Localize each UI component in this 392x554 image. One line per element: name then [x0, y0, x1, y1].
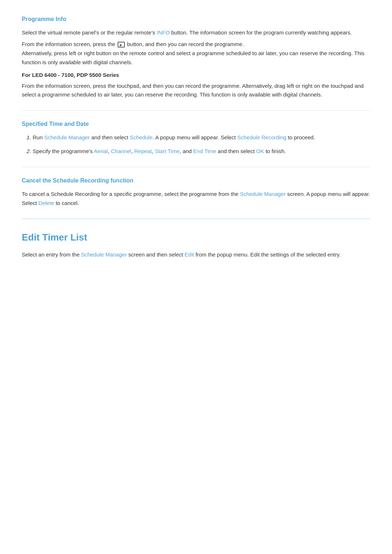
- channel-link: Channel: [111, 148, 131, 154]
- para1-text-after: button. The information screen for the p…: [170, 29, 352, 36]
- step-2: Specify the programme's Aerial, Channel,…: [33, 147, 370, 156]
- edit-timer-para: Select an entry from the Schedule Manage…: [22, 250, 370, 259]
- end-time-link: End Time: [193, 148, 216, 154]
- ok-link: OK: [256, 148, 264, 154]
- step2-text: Specify the programme's Aerial, Channel,…: [33, 148, 286, 154]
- specified-time-steps: Run Schedule Manager and then select Sch…: [33, 133, 370, 156]
- aerial-link: Aerial: [94, 148, 108, 154]
- para2-cont-text: Alternatively, press left or right butto…: [22, 50, 364, 65]
- series-label: For LED 6400 - 7100, PDP 5500 Series: [22, 71, 370, 79]
- programme-info-heading: Programme Info: [22, 15, 370, 24]
- para2-text-before: From the information screen, press the: [22, 41, 117, 47]
- repeat-link: Repeat: [134, 148, 152, 154]
- schedule-link: Schedule: [130, 134, 153, 140]
- programme-info-section: Programme Info Select the virtual remote…: [22, 15, 370, 99]
- start-time-link: Start Time: [155, 148, 179, 154]
- para1-text-before: Select the virtual remote panel's or the…: [22, 29, 157, 36]
- delete-link: Delete: [38, 200, 54, 206]
- record-icon: ▶: [118, 42, 125, 48]
- para2-text-after: button, and then you can record the prog…: [126, 41, 244, 47]
- schedule-recording-link: Schedule Recording: [237, 134, 286, 140]
- step-1: Run Schedule Manager and then select Sch…: [33, 133, 370, 142]
- schedule-manager-link-3: Schedule Manager: [81, 251, 127, 258]
- specified-time-section: Specified Time and Date Run Schedule Man…: [22, 110, 370, 156]
- cancel-schedule-para: To cancel a Schedule Recording for a spe…: [22, 190, 370, 208]
- specified-time-heading: Specified Time and Date: [22, 119, 370, 129]
- edit-link: Edit: [185, 251, 194, 258]
- step1-text: Run Schedule Manager and then select Sch…: [33, 134, 315, 140]
- programme-info-para2: From the information screen, press the ▶…: [22, 40, 370, 67]
- schedule-manager-link-1: Schedule Manager: [44, 134, 90, 140]
- edit-timer-heading: Edit Timer List: [22, 230, 370, 245]
- info-highlight: INFO: [157, 29, 170, 36]
- edit-timer-section: Edit Timer List Select an entry from the…: [22, 218, 370, 259]
- cancel-schedule-heading: Cancel the Schedule Recording function: [22, 176, 370, 185]
- programme-info-para1: Select the virtual remote panel's or the…: [22, 28, 370, 37]
- schedule-manager-link-2: Schedule Manager: [240, 191, 286, 197]
- series-para: From the information screen, press the t…: [22, 82, 370, 100]
- cancel-schedule-section: Cancel the Schedule Recording function T…: [22, 167, 370, 208]
